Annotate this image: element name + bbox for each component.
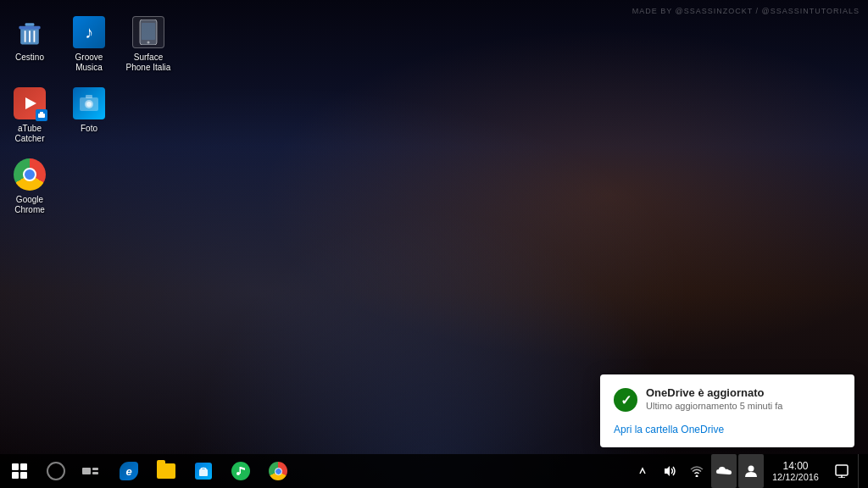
svg-point-21 (748, 466, 754, 472)
popup-open-folder-link[interactable]: Apri la cartella OneDrive (614, 420, 841, 435)
popup-title: OneDrive è aggiornato (646, 386, 782, 399)
volume-icon[interactable] (657, 454, 682, 488)
popup-header: OneDrive è aggiornato Ultimo aggiornamen… (614, 386, 841, 412)
onedrive-tray-icon[interactable] (711, 454, 737, 488)
surface-phone-icon (132, 16, 164, 48)
contacts-tray-icon[interactable] (738, 454, 764, 488)
icon-cestino-label: Cestino (15, 53, 44, 63)
icon-foto-label: Foto (81, 124, 97, 134)
chrome-center-icon (23, 168, 36, 181)
start-button[interactable] (0, 454, 39, 488)
tv-rect-3 (92, 472, 98, 474)
icon-groove-label: Groove Musica (75, 53, 103, 73)
svg-point-17 (236, 472, 240, 475)
tv-rect-1 (82, 468, 91, 474)
clock-date: 12/12/2016 (772, 472, 819, 482)
clock[interactable]: 14:00 12/12/2016 (765, 460, 826, 482)
win-quad-br (20, 472, 27, 479)
icon-atube-catcher[interactable]: aTube Catcher (0, 80, 59, 151)
icon-row-2: Google Chrome (0, 151, 178, 222)
atube-icon-img (13, 86, 47, 120)
chrome-tb-center (275, 468, 282, 475)
svg-marker-9 (25, 97, 36, 109)
icon-atube-label: aTube Catcher (14, 124, 44, 144)
system-tray: 14:00 12/12/2016 (630, 454, 868, 488)
watermark: MADE BY @SSASSINZOCKT / @SSASSINTUTORIAL… (632, 7, 860, 15)
popup-check-icon (614, 388, 637, 412)
taskbar-apps: e (107, 454, 630, 488)
svg-rect-1 (19, 26, 40, 30)
icon-row-0: Cestino Groove Musica (0, 8, 178, 80)
edge-icon: e (120, 462, 138, 480)
svg-rect-22 (836, 465, 848, 475)
clock-time: 14:00 (772, 460, 819, 472)
show-hidden-icons-button[interactable] (630, 454, 655, 488)
icon-surface-phone[interactable]: Surface Phone Italia (119, 8, 178, 80)
foto-svg (79, 94, 99, 113)
taskbar-music[interactable] (222, 454, 259, 488)
cestino-icon-img (13, 15, 47, 49)
taskbar-store[interactable] (185, 454, 222, 488)
chrome-taskbar-icon (269, 462, 287, 480)
svg-marker-19 (665, 466, 670, 476)
svg-rect-10 (38, 114, 45, 118)
icon-groove-musica[interactable]: Groove Musica (59, 8, 119, 80)
tv-rect-2 (92, 468, 98, 470)
chrome-icon-img (13, 158, 47, 191)
atube-badge-icon (37, 111, 46, 119)
popup-text-area: OneDrive è aggiornato Ultimo aggiornamen… (646, 386, 782, 411)
chevron-up-icon (639, 466, 646, 476)
music-icon (231, 462, 250, 480)
chrome-ring-icon (14, 158, 46, 191)
foto-bg (73, 87, 105, 119)
popup-subtitle: Ultimo aggiornamento 5 minuti fa (646, 401, 782, 411)
desktop: MADE BY @SSASSINZOCKT / @SSASSINTUTORIAL… (0, 0, 868, 488)
onedrive-notification: OneDrive è aggiornato Ultimo aggiornamen… (600, 374, 854, 447)
task-view-icon (82, 468, 98, 474)
icon-row-1: aTube Catcher Foto (0, 80, 178, 151)
svg-point-20 (695, 475, 698, 478)
action-center-button[interactable] (827, 454, 856, 488)
onedrive-cloud-icon (715, 465, 732, 477)
surface-icon-img (131, 15, 165, 49)
task-view-button[interactable] (73, 454, 107, 488)
svg-rect-18 (240, 467, 242, 474)
store-icon (195, 463, 212, 480)
wifi-icon (690, 465, 704, 477)
tv-rect-group (92, 468, 98, 474)
foto-icon-img (72, 86, 106, 120)
win-quad-bl (12, 472, 19, 479)
win-quad-tr (20, 463, 27, 470)
taskbar-chrome[interactable] (259, 454, 297, 488)
show-desktop-button[interactable] (858, 454, 865, 488)
person-icon (743, 464, 759, 478)
icon-cestino[interactable]: Cestino (0, 8, 59, 69)
groove-music-icon (73, 16, 105, 48)
atube-badge (36, 109, 47, 121)
speaker-icon (663, 465, 676, 477)
taskbar-file-explorer[interactable] (147, 454, 185, 488)
icon-surface-label: Surface Phone Italia (126, 53, 171, 73)
svg-rect-11 (40, 112, 43, 114)
atube-composite (14, 87, 46, 119)
action-center-icon (835, 464, 849, 478)
phone-svg (138, 19, 159, 45)
windows-logo-icon (12, 463, 27, 479)
svg-rect-15 (86, 95, 92, 98)
svg-point-14 (86, 102, 92, 107)
taskbar: e (0, 454, 868, 488)
groove-icon-img (72, 15, 106, 49)
cortana-button[interactable] (39, 454, 73, 488)
win-quad-tl (12, 463, 19, 470)
icon-google-chrome[interactable]: Google Chrome (0, 151, 59, 222)
network-icon[interactable] (684, 454, 709, 488)
taskbar-edge[interactable]: e (110, 454, 147, 488)
svg-point-8 (147, 42, 150, 44)
icon-foto[interactable]: Foto (59, 80, 119, 141)
store-bag-icon (198, 465, 209, 477)
cortana-icon (47, 462, 65, 480)
svg-rect-7 (142, 23, 155, 40)
folder-icon (157, 463, 175, 479)
svg-rect-16 (199, 469, 208, 476)
icon-chrome-label: Google Chrome (14, 195, 45, 215)
